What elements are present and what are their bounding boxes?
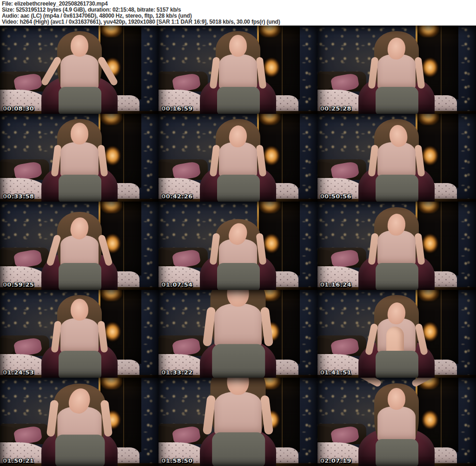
person-figure [39,293,120,378]
person-figure [32,378,127,466]
right-arm [415,57,425,89]
skirt [212,433,265,466]
head [71,299,88,321]
dark-pillow [317,337,333,354]
video-thumbnail: 01:58:50 [159,378,317,466]
skirt [217,87,260,114]
torso-top [214,392,262,435]
torso-top [377,142,416,177]
video-thumbnail: 01:07:54 [159,202,317,290]
skirt [217,175,260,202]
timestamp-label: 00:25:28 [320,105,351,112]
video-info-line: Video: h264 (High) (avc1 / 0x31637661), … [2,19,474,25]
skirt [59,87,101,114]
timestamp-label: 01:58:50 [161,457,192,464]
person-figure [187,290,289,378]
video-thumbnail: 02:07:19 [317,378,476,466]
dark-pillow [0,249,15,266]
video-thumbnail: 00:33:58 [0,114,159,202]
dark-pillow [317,161,333,178]
timestamp-label: 00:59:25 [3,281,34,288]
video-thumbnail: 00:08:30 [0,26,159,114]
torso-top [60,318,99,353]
timestamp-label: 00:16:59 [161,105,192,112]
person-figure [187,378,289,466]
skirt [376,263,418,290]
timestamp-label: 01:07:54 [161,281,192,288]
contact-sheet: File: elizebethcreeley_202508261730.mp4 … [0,0,476,466]
timestamp-label: 01:50:21 [3,457,34,464]
timestamp-label: 00:33:58 [3,193,34,200]
person-figure [356,205,437,290]
timestamp-label: 00:42:26 [161,193,192,200]
person-figure [197,117,279,202]
person-figure [197,205,279,290]
torso-top [60,235,99,267]
timestamp-label: 01:24:53 [3,369,34,376]
dark-pillow [0,425,15,442]
torso-top [219,54,257,89]
timestamp-label: 01:33:22 [161,369,192,376]
person-figure [39,117,120,202]
dark-pillow [0,161,15,178]
right-arm [260,307,274,347]
skirt [217,263,260,290]
torso-top [60,54,99,89]
person-figure [356,117,437,202]
right-arm [415,144,425,177]
skirt [376,175,418,202]
torso-top [219,142,257,177]
torso-top [377,407,416,441]
head [229,35,247,57]
video-thumbnail: 00:25:28 [317,26,476,114]
skirt [376,351,418,378]
right-arm [256,144,266,177]
timestamp-label: 00:50:56 [320,193,351,200]
media-info-header: File: elizebethcreeley_202508261730.mp4 … [0,0,476,26]
skirt [376,87,418,114]
head [71,123,88,144]
torso-top [214,304,262,347]
skirt [212,344,265,378]
head [388,388,405,410]
person-figure [356,293,437,378]
video-thumbnail: 01:24:53 [0,290,159,378]
dark-pillow [317,73,333,90]
dark-pillow [159,337,174,354]
skirt [376,439,418,466]
right-arm [415,233,425,265]
video-thumbnail: 00:16:59 [159,26,317,114]
dark-pillow [159,73,174,90]
timestamp-label: 01:41:51 [320,369,351,376]
video-thumbnail: 01:33:22 [159,290,317,378]
dark-pillow [317,249,333,266]
video-thumbnail: 00:42:26 [159,114,317,202]
person-figure [197,29,279,114]
video-thumbnail: 00:50:56 [317,114,476,202]
skirt [59,175,101,202]
head [71,35,88,57]
dark-pillow [0,73,15,90]
video-thumbnail: 01:16:24 [317,202,476,290]
skirt [59,263,101,290]
person-figure [356,29,437,114]
timestamp-label: 02:07:19 [320,457,351,464]
dark-pillow [159,425,174,442]
timestamp-label: 01:16:24 [320,281,351,288]
person-figure [356,381,437,466]
timestamp-label: 00:08:30 [3,105,34,112]
dark-pillow [0,337,15,354]
dark-pillow [317,425,333,442]
thumbnail-grid: 00:08:30 00:16:59 [0,26,476,466]
video-thumbnail: 01:41:51 [317,290,476,378]
skirt [59,351,101,378]
video-thumbnail: 00:59:25 [0,202,159,290]
right-arm [260,395,274,435]
video-thumbnail: 01:50:21 [0,378,159,466]
person-figure [39,205,120,290]
person-figure [39,29,120,114]
dark-pillow [159,161,174,178]
torso-top [60,142,99,177]
dark-pillow [159,249,174,266]
skirt [55,434,105,466]
